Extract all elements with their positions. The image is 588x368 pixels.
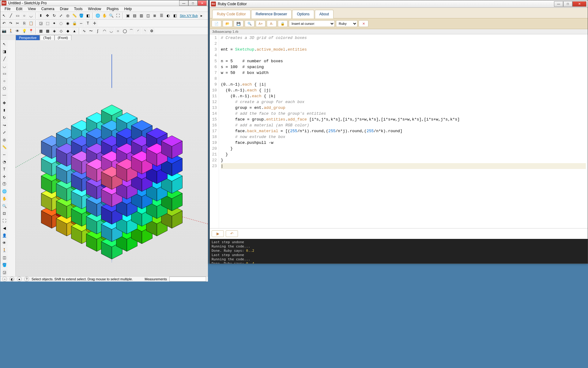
front-icon[interactable]: ▥ (138, 13, 144, 19)
rotate-icon[interactable]: ↻ (51, 13, 57, 19)
prev-tool-icon[interactable]: ◀ (1, 225, 8, 232)
arc-tool-icon[interactable]: ◡ (1, 63, 8, 70)
rect-icon[interactable]: ▭ (14, 13, 21, 19)
paint-icon[interactable]: 🪣 (78, 13, 84, 19)
maximize-button[interactable]: □ (188, 0, 198, 6)
text-tool-icon[interactable]: T (1, 166, 8, 173)
sandbox6-icon[interactable]: ▲ (71, 28, 77, 34)
close-button[interactable]: ✕ (198, 0, 207, 6)
outliner-icon[interactable]: ☰ (158, 13, 164, 19)
bezier5-icon[interactable]: ◡ (108, 28, 114, 34)
open-file-icon[interactable]: 📂 (223, 20, 232, 27)
look-icon[interactable]: 👁 (14, 28, 21, 34)
menu-view[interactable]: View (25, 6, 38, 12)
undo-code-button[interactable]: ↶ (226, 230, 238, 237)
section-icon[interactable]: ◫ (145, 13, 151, 19)
ruby-minimize-button[interactable]: — (554, 1, 563, 7)
3d-viewport[interactable] (16, 40, 208, 276)
search-icon[interactable]: 🔍 (245, 20, 254, 27)
tab-top[interactable]: (Top) (40, 35, 54, 40)
new-file-icon[interactable]: 📄 (212, 20, 221, 27)
tab-about[interactable]: About (315, 10, 334, 18)
pan-icon[interactable]: ✋ (101, 13, 107, 19)
save-file-icon[interactable]: 💾 (234, 20, 243, 27)
circle-tool-icon[interactable]: ○ (1, 78, 8, 84)
ruby-titlebar[interactable]: Ruby Code Editor — □ ✕ (210, 0, 588, 8)
skin-label[interactable]: Skin X/Y Bub (180, 14, 198, 17)
menu-draw[interactable]: Draw (58, 6, 71, 12)
layer-icon[interactable]: ≣ (152, 13, 158, 19)
menu-help[interactable]: Help (122, 6, 134, 12)
ruby-maximize-button[interactable]: □ (563, 1, 572, 7)
font-larger-icon[interactable]: A+ (256, 20, 266, 27)
zoomext-tool-icon[interactable]: ⛶ (1, 217, 8, 224)
protractor-tool-icon[interactable]: ◔ (1, 159, 8, 165)
bezier6-icon[interactable]: ○ (115, 28, 121, 34)
code-content[interactable]: # Creates a 3D grid of colored boxes ent… (219, 34, 588, 228)
scale-tool-icon[interactable]: ⤢ (1, 129, 8, 136)
bezier3-icon[interactable]: ∫ (95, 28, 101, 34)
copy-icon[interactable]: ⎘ (21, 20, 27, 26)
rotate-tool-icon[interactable]: ↻ (1, 114, 8, 121)
group-icon[interactable]: ⬚ (44, 20, 51, 26)
select-icon[interactable]: ↖ (1, 13, 7, 19)
light-icon[interactable]: 💡 (21, 28, 27, 34)
bezier7-icon[interactable]: ◯ (122, 28, 128, 34)
bezier10-icon[interactable]: ◝ (142, 28, 148, 34)
dim-icon[interactable]: ↔ (78, 20, 84, 26)
menu-window[interactable]: Window (86, 6, 104, 12)
menu-tools[interactable]: Tools (72, 6, 85, 12)
eraser-tool-icon[interactable]: ◨ (1, 48, 8, 55)
lock-icon[interactable]: 🔒 (278, 20, 288, 27)
camera-icon[interactable]: 📷 (1, 28, 7, 34)
position-icon[interactable]: 📍 (28, 28, 34, 34)
tab-reference-browser[interactable]: Reference Browser (251, 10, 292, 18)
menu-edit[interactable]: Edit (13, 6, 25, 12)
gear-icon[interactable]: ⚙ (149, 28, 155, 34)
rect-tool-icon[interactable]: ▭ (1, 70, 8, 77)
sketchup-titlebar[interactable]: Untitled - SketchUp Pro — □ ✕ (0, 0, 208, 6)
measurements-input[interactable] (169, 277, 206, 282)
freehand-tool-icon[interactable]: 〰 (1, 92, 8, 99)
comp-tool-icon[interactable]: ◲ (1, 269, 8, 276)
clear-icon[interactable]: ✕ (359, 20, 368, 27)
3dtext-tool-icon[interactable]: Ⓣ (1, 181, 8, 187)
zoom-tool-icon[interactable]: 🔍 (1, 203, 8, 209)
walk-icon[interactable]: 🚶 (8, 28, 14, 34)
ruby-close-button[interactable]: ✕ (572, 1, 586, 7)
cut-icon[interactable]: ✂ (14, 20, 21, 26)
circle-icon[interactable]: ○ (21, 13, 27, 19)
offset-icon[interactable]: ◎ (65, 13, 71, 19)
status-info2-icon[interactable]: ◐ (9, 277, 14, 282)
zoomwin-tool-icon[interactable]: ⊡ (1, 210, 8, 217)
minimize-button[interactable]: — (179, 0, 188, 6)
style-icon[interactable]: ◧ (172, 13, 178, 19)
ruby-console[interactable]: Last step undoneRunning the code...Done.… (210, 239, 588, 263)
lang-select[interactable]: Ruby (336, 20, 357, 27)
shadow-icon[interactable]: ◐ (165, 13, 171, 19)
run-button[interactable]: ▶ (212, 230, 224, 237)
code-editor[interactable]: 1 2 3 4 5 6 7 8 9 10 11 12 13 14 15 16 1… (210, 34, 588, 228)
eraser-icon[interactable]: ◧ (85, 13, 91, 19)
orbit-icon[interactable]: 🌐 (95, 13, 101, 19)
tab-ruby-code-editor[interactable]: Ruby Code Editor (212, 10, 251, 18)
poly-tool-icon[interactable]: ⬠ (1, 85, 8, 92)
offset-tool-icon[interactable]: ◎ (1, 136, 8, 143)
menu-plugins[interactable]: Plugins (104, 6, 121, 12)
axes-tool-icon[interactable]: ✛ (1, 173, 8, 180)
tape-tool-icon[interactable]: 📏 (1, 144, 8, 151)
text-icon[interactable]: T (85, 20, 91, 26)
sandbox5-icon[interactable]: ◆ (65, 28, 71, 34)
zoom-extents-icon[interactable]: ⛶ (115, 13, 121, 19)
tab-options[interactable]: Options (292, 10, 314, 18)
arc-icon[interactable]: ◡ (28, 13, 34, 19)
line-icon[interactable]: ╱ (8, 13, 14, 19)
walk-tool-icon[interactable]: 🚶 (1, 247, 8, 254)
tab-front[interactable]: (Front) (55, 35, 71, 40)
zoom-icon[interactable]: 🔍 (108, 13, 114, 19)
line-tool-icon[interactable]: ╱ (1, 56, 8, 62)
sandbox1-icon[interactable]: ▦ (38, 28, 44, 34)
menu-camera[interactable]: Camera (39, 6, 57, 12)
bezier9-icon[interactable]: ◜ (135, 28, 141, 34)
dim-tool-icon[interactable]: ↔ (1, 151, 8, 158)
